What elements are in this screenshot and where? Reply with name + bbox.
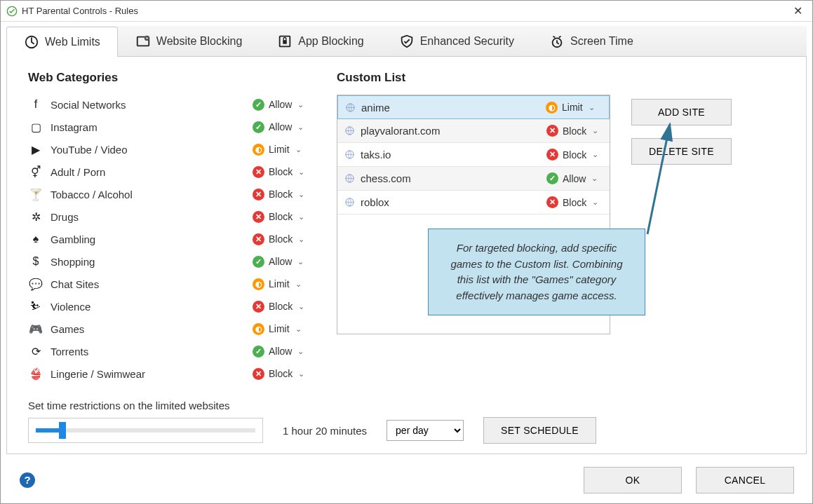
slider-thumb[interactable]	[59, 422, 66, 439]
category-icon: f	[28, 98, 43, 111]
category-icon: 🍸	[28, 188, 43, 201]
category-name: Drugs	[51, 211, 253, 223]
category-icon: 👙	[28, 367, 43, 381]
tab-label: Screen Time	[570, 35, 633, 48]
tab-enhanced-security[interactable]: Enhanced Security	[382, 26, 532, 56]
category-status-dropdown[interactable]: ✕Block⌄	[253, 189, 309, 200]
tab-label: Web Limits	[45, 36, 100, 48]
categories-section: Web Categories fSocial Networks✓Allow⌄▢I…	[28, 71, 309, 388]
category-row: 👙Lingerie / Swimwear✕Block⌄	[28, 364, 309, 383]
category-status-dropdown[interactable]: ✕Block⌄	[253, 233, 309, 245]
site-name: anime	[361, 102, 546, 114]
help-icon[interactable]: ?	[19, 472, 36, 489]
category-status-dropdown[interactable]: ✓Allow⌄	[253, 346, 309, 357]
custom-heading: Custom List	[337, 71, 785, 85]
site-status-dropdown[interactable]: ✓Allow⌄	[546, 172, 603, 184]
custom-list-row[interactable]: anime◐Limit⌄	[337, 95, 610, 119]
tab-label: Enhanced Security	[420, 35, 514, 48]
category-status-dropdown[interactable]: ✓Allow⌄	[253, 99, 309, 111]
custom-list-row[interactable]: chess.com✓Allow⌄	[337, 167, 610, 191]
site-name: playvalorant.com	[361, 125, 546, 137]
category-icon: ▶	[28, 143, 43, 156]
tab-label: Website Blocking	[156, 35, 242, 48]
chevron-down-icon: ⌄	[592, 198, 598, 207]
site-status-dropdown[interactable]: ◐Limit⌄	[546, 102, 602, 114]
cancel-button[interactable]: CANCEL	[696, 467, 794, 493]
site-status-dropdown[interactable]: ✕Block⌄	[546, 125, 603, 137]
tab-website-blocking[interactable]: Website Blocking	[118, 26, 260, 56]
dialog-footer: ? OK CANCEL	[1, 460, 812, 503]
chevron-down-icon: ⌄	[592, 150, 598, 159]
custom-list-row[interactable]: roblox✕Block⌄	[337, 191, 610, 214]
categories-list: fSocial Networks✓Allow⌄▢Instagram✓Allow⌄…	[28, 95, 309, 383]
category-row: 💬Chat Sites◐Limit⌄	[28, 274, 309, 294]
categories-heading: Web Categories	[28, 71, 309, 85]
category-status-dropdown[interactable]: ✓Allow⌄	[253, 256, 309, 268]
category-status-dropdown[interactable]: ✓Allow⌄	[253, 121, 309, 133]
chevron-down-icon: ⌄	[297, 347, 304, 356]
category-row: ▢Instagram✓Allow⌄	[28, 117, 309, 137]
category-name: Shopping	[51, 256, 253, 268]
category-row: ⟳Torrents✓Allow⌄	[28, 341, 309, 361]
app-blocking-icon	[277, 34, 293, 49]
category-status-dropdown[interactable]: ✕Block⌄	[253, 368, 309, 380]
callout-tip: For targeted blocking, add specific game…	[428, 229, 645, 315]
delete-site-button[interactable]: DELETE SITE	[631, 138, 732, 165]
category-name: Torrents	[51, 346, 253, 357]
category-icon: 🎮	[28, 322, 43, 336]
tab-label: App Blocking	[298, 35, 363, 48]
shield-icon	[399, 34, 415, 49]
category-status-dropdown[interactable]: ◐Limit⌄	[253, 278, 309, 290]
category-icon: ▢	[28, 121, 43, 134]
category-status-dropdown[interactable]: ✕Block⌄	[253, 211, 309, 223]
set-schedule-button[interactable]: SET SCHEDULE	[483, 417, 596, 444]
category-row: ⛷Violence✕Block⌄	[28, 297, 309, 316]
chevron-down-icon: ⌄	[295, 325, 302, 334]
custom-list-row[interactable]: taks.io✕Block⌄	[337, 143, 610, 167]
custom-list-row[interactable]: playvalorant.com✕Block⌄	[337, 119, 610, 143]
category-row: ▶YouTube / Video◐Limit⌄	[28, 139, 309, 159]
titlebar: HT Parental Controls - Rules ✕	[1, 1, 812, 22]
category-icon: ⛷	[28, 300, 43, 313]
globe-icon	[344, 149, 355, 160]
globe-icon	[344, 197, 355, 207]
site-status-dropdown[interactable]: ✕Block⌄	[546, 196, 603, 208]
svg-rect-5	[283, 40, 288, 44]
globe-icon	[344, 125, 355, 136]
tab-web-limits[interactable]: Web Limits	[6, 27, 118, 57]
tab-app-blocking[interactable]: App Blocking	[260, 26, 381, 56]
per-select[interactable]: per dayper week	[387, 420, 464, 441]
chevron-down-icon: ⌄	[297, 100, 304, 109]
time-slider[interactable]	[28, 418, 263, 443]
category-status-dropdown[interactable]: ✕Block⌄	[253, 301, 309, 313]
add-site-button[interactable]: ADD SITE	[631, 99, 732, 125]
category-icon: $	[28, 255, 43, 268]
window: HT Parental Controls - Rules ✕ Web Limit…	[0, 0, 813, 504]
chevron-down-icon: ⌄	[298, 235, 304, 244]
website-blocking-icon	[135, 34, 151, 49]
chevron-down-icon: ⌄	[298, 190, 304, 199]
custom-buttons: ADD SITE DELETE SITE	[631, 99, 732, 165]
category-status-dropdown[interactable]: ◐Limit⌄	[253, 323, 309, 335]
category-status-dropdown[interactable]: ✕Block⌄	[253, 166, 309, 178]
ok-button[interactable]: OK	[584, 467, 682, 493]
category-status-dropdown[interactable]: ◐Limit⌄	[253, 144, 309, 156]
category-icon: ⚥	[28, 165, 43, 179]
chevron-down-icon: ⌄	[295, 280, 302, 289]
category-icon: 💬	[28, 278, 43, 291]
close-icon[interactable]: ✕	[789, 4, 807, 18]
svg-text:?: ?	[24, 474, 30, 486]
category-name: Gambling	[51, 233, 253, 245]
tab-screen-time[interactable]: Screen Time	[532, 26, 651, 56]
chevron-down-icon: ⌄	[297, 123, 304, 132]
category-name: Adult / Porn	[51, 166, 253, 178]
site-status-dropdown[interactable]: ✕Block⌄	[546, 149, 603, 161]
category-name: Games	[51, 323, 253, 335]
clock-icon	[549, 34, 565, 49]
chevron-down-icon: ⌄	[298, 168, 304, 177]
chevron-down-icon: ⌄	[295, 145, 302, 154]
site-name: roblox	[361, 196, 546, 208]
category-icon: ⟳	[28, 345, 43, 358]
app-icon	[6, 6, 18, 17]
category-name: Violence	[51, 301, 253, 313]
